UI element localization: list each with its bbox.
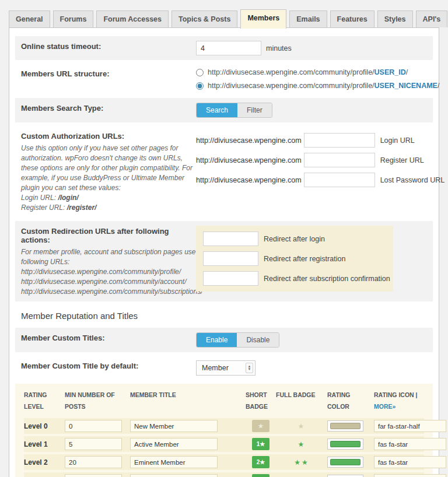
online-timeout-suffix: minutes xyxy=(266,44,292,52)
full-badge-stars: ★ xyxy=(276,440,327,448)
rating-icon-cell xyxy=(374,474,446,477)
rating-icon-input[interactable] xyxy=(374,420,446,432)
header-rating-level: RATINGLEVEL xyxy=(24,390,65,413)
redirect-after-registration-input[interactable] xyxy=(203,251,258,266)
full-badge-stars: ★★ xyxy=(276,458,327,467)
member-title-cell xyxy=(130,420,246,432)
user-id-url-text: http://diviusecase.wpengine.com/communit… xyxy=(208,68,408,76)
tab-general[interactable]: General xyxy=(9,10,50,27)
tab-emails[interactable]: Emails xyxy=(289,10,327,27)
register-url-input[interactable] xyxy=(304,153,375,167)
reputation-section-heading: Member Reputation and Titles xyxy=(15,305,433,328)
search-type-label: Members Search Type: xyxy=(21,104,103,113)
redirect-after-login-label: Redirect after login xyxy=(264,235,325,243)
row-custom-authorization-urls: Custom Authorization URLs: Use this opti… xyxy=(15,126,433,218)
short-badge: 2★ xyxy=(252,456,270,468)
settings-tab-bar: General Forums Forum Accesses Topics & P… xyxy=(0,0,448,27)
lost-password-url-prefix: http://diviusecase.wpengine.com xyxy=(196,176,302,184)
search-type-filter-button[interactable]: Filter xyxy=(237,103,272,117)
tab-forums[interactable]: Forums xyxy=(53,10,94,27)
min-posts-input[interactable] xyxy=(65,438,122,450)
redirect-after-subscription-field: Redirect after subscription confirmation xyxy=(203,271,386,286)
url-structure-option-user-id[interactable]: http://diviusecase.wpengine.com/communit… xyxy=(196,68,439,76)
redirect-after-subscription-label: Redirect after subscription confirmation xyxy=(264,275,390,283)
default-title-label: Member Custom Title by default: xyxy=(21,362,138,370)
rating-color-picker[interactable] xyxy=(327,420,363,432)
member-title-input[interactable] xyxy=(130,420,218,432)
auth-urls-description: Use this option only if you have set oth… xyxy=(21,143,196,213)
login-url-input[interactable] xyxy=(304,133,375,148)
custom-titles-label: Member Custom Titles: xyxy=(21,334,105,342)
member-title-input[interactable] xyxy=(130,438,218,450)
short-badge-cell: 3★ xyxy=(246,474,276,477)
rating-color-picker[interactable] xyxy=(327,475,363,477)
lost-password-url-label: Lost Password URL xyxy=(380,176,444,184)
min-posts-cell xyxy=(65,438,130,450)
rating-color-cell xyxy=(327,457,374,468)
member-title-input[interactable] xyxy=(130,456,218,468)
short-badge-cell: 2★ xyxy=(246,456,276,468)
rating-color-picker[interactable] xyxy=(327,457,363,468)
custom-titles-disable-button[interactable]: Disable xyxy=(237,333,279,347)
tab-apis[interactable]: API's xyxy=(416,10,448,27)
row-member-custom-titles: Member Custom Titles: Enable Disable xyxy=(15,328,433,352)
redirect-urls-panel: Redirect after login Redirect after regi… xyxy=(196,226,393,292)
tab-styles[interactable]: Styles xyxy=(377,10,413,27)
member-title-input[interactable] xyxy=(130,474,218,477)
tab-features[interactable]: Features xyxy=(330,10,374,27)
rating-icon-input[interactable] xyxy=(374,438,446,450)
full-badge-cell: ★ xyxy=(276,440,327,448)
short-badge-cell: ★ xyxy=(246,420,276,432)
redirect-after-registration-label: Redirect after registration xyxy=(264,255,345,263)
url-structure-label: Members URL structure: xyxy=(21,69,109,78)
short-badge: ★ xyxy=(252,420,270,432)
rating-color-picker[interactable] xyxy=(327,439,363,450)
min-posts-input[interactable] xyxy=(65,420,122,432)
rating-icon-input[interactable] xyxy=(374,456,446,468)
redirect-urls-description: For member profile, account and subscrip… xyxy=(21,247,196,297)
reputation-table-header: RATINGLEVEL MIN NUMBER OFPOSTS MEMBER TI… xyxy=(24,390,424,413)
custom-titles-enable-button[interactable]: Enable xyxy=(197,333,237,347)
reputation-row-level-0: Level 0★★ xyxy=(24,418,424,434)
login-url-field: http://diviusecase.wpengine.com Login UR… xyxy=(196,133,444,148)
rating-icon-input[interactable] xyxy=(374,474,446,477)
min-posts-cell xyxy=(65,474,130,477)
tab-forum-accesses[interactable]: Forum Accesses xyxy=(96,10,169,27)
short-badge: 3★ xyxy=(252,474,270,477)
reputation-row-level-3: Level 33★★★★ xyxy=(24,472,424,477)
row-custom-redirection-urls: Custom Redirection URLs after following … xyxy=(15,221,433,301)
tab-topics-posts[interactable]: Topics & Posts xyxy=(172,10,237,27)
register-url-prefix: http://diviusecase.wpengine.com xyxy=(196,156,302,164)
row-online-status-timeout: Online status timeout: minutes xyxy=(15,36,433,60)
register-url-label: Register URL xyxy=(380,156,424,164)
default-title-select[interactable]: Member ▲▼ xyxy=(196,360,256,376)
search-type-toggle: Search Filter xyxy=(196,103,272,118)
redirect-after-login-input[interactable] xyxy=(203,232,258,246)
search-type-search-button[interactable]: Search xyxy=(197,103,237,117)
default-title-value: Member xyxy=(202,364,229,372)
more-link[interactable]: MORE» xyxy=(374,403,396,410)
short-badge-cell: 1★ xyxy=(246,438,276,450)
row-default-custom-title: Member Custom Title by default: Member ▲… xyxy=(15,356,433,380)
lost-password-url-field: http://diviusecase.wpengine.com Lost Pas… xyxy=(196,173,444,187)
header-rating-icon: RATING ICON | MORE» xyxy=(374,390,424,413)
custom-titles-toggle: Enable Disable xyxy=(196,332,279,348)
login-url-prefix: http://diviusecase.wpengine.com xyxy=(196,136,302,145)
min-posts-input[interactable] xyxy=(65,474,122,477)
url-structure-option-user-nicename[interactable]: http://diviusecase.wpengine.com/communit… xyxy=(196,82,439,90)
redirect-after-login-field: Redirect after login xyxy=(203,232,386,246)
rating-color-swatch xyxy=(330,441,360,447)
reputation-table: RATINGLEVEL MIN NUMBER OFPOSTS MEMBER TI… xyxy=(15,384,433,477)
rating-color-swatch xyxy=(330,459,360,465)
header-full-badge: FULL BADGE xyxy=(276,390,327,401)
user-nicename-radio[interactable] xyxy=(196,82,204,90)
lost-password-url-input[interactable] xyxy=(304,173,375,187)
tab-members[interactable]: Members xyxy=(240,9,286,29)
header-short-badge: SHORTBADGE xyxy=(246,390,276,413)
redirect-urls-label: Custom Redirection URLs after following … xyxy=(21,227,169,244)
online-timeout-input[interactable] xyxy=(196,41,261,55)
redirect-after-registration-field: Redirect after registration xyxy=(203,251,386,266)
user-id-radio[interactable] xyxy=(196,69,204,76)
redirect-after-subscription-input[interactable] xyxy=(203,271,258,286)
min-posts-input[interactable] xyxy=(65,456,122,468)
